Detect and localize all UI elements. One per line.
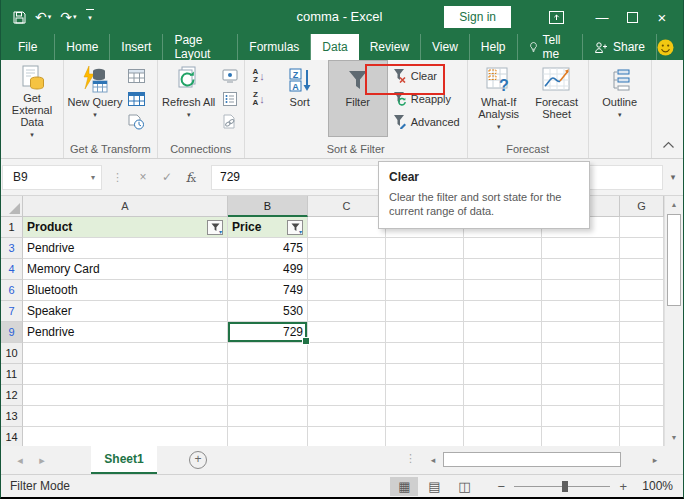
cell-C3[interactable] [308, 238, 386, 259]
cell-B3[interactable]: 475 [228, 238, 308, 259]
cell-A14[interactable] [23, 427, 228, 446]
cell-A12[interactable] [23, 385, 228, 406]
row-header-13[interactable]: 13 [1, 406, 23, 427]
tab-formulas[interactable]: Formulas [238, 34, 311, 60]
cell-D6[interactable] [386, 280, 464, 301]
connections-button[interactable] [218, 65, 242, 86]
cell-A10[interactable] [23, 343, 228, 364]
column-header-C[interactable]: C [308, 196, 386, 217]
cell-B9[interactable]: 729 [228, 322, 308, 343]
cell-A9[interactable]: Pendrive [23, 322, 228, 343]
cell-D9[interactable] [386, 322, 464, 343]
zoom-level[interactable]: 100% [642, 479, 673, 493]
cell-D13[interactable] [386, 406, 464, 427]
new-sheet-button[interactable]: + [189, 451, 207, 469]
cell-E4[interactable] [464, 259, 542, 280]
fill-handle[interactable] [302, 337, 310, 345]
cell-A3[interactable]: Pendrive [23, 238, 228, 259]
cell-B1[interactable]: Price▾ [228, 217, 308, 238]
cell-C12[interactable] [308, 385, 386, 406]
name-box-caret[interactable]: ▾ [91, 173, 95, 182]
cell-D7[interactable] [386, 301, 464, 322]
sort-ascending-button[interactable]: AZ↓ [247, 64, 271, 87]
name-box[interactable]: B9 ▾ [2, 165, 102, 190]
tab-scrollbar-splitter[interactable]: ⋮ [405, 452, 416, 465]
reapply-filter-button[interactable]: Reapply [387, 87, 465, 110]
redo-button[interactable]: ↷▾ [60, 10, 76, 24]
ribbon-display-options-button[interactable] [541, 0, 571, 34]
cell-E11[interactable] [464, 364, 542, 385]
row-header-1[interactable]: 1 [1, 217, 23, 238]
normal-view-button[interactable]: ▦ [390, 477, 418, 496]
row-header-3[interactable]: 3 [1, 238, 23, 259]
cell-D11[interactable] [386, 364, 464, 385]
zoom-out-button[interactable]: − [494, 479, 508, 494]
cell-C7[interactable] [308, 301, 386, 322]
cell-B6[interactable]: 749 [228, 280, 308, 301]
cell-E13[interactable] [464, 406, 542, 427]
cell-G14[interactable] [620, 427, 664, 446]
tab-tell-me[interactable]: Tell me [518, 34, 583, 60]
cell-G6[interactable] [620, 280, 664, 301]
scroll-down-button[interactable]: ▼ [665, 429, 683, 446]
cell-F6[interactable] [542, 280, 620, 301]
cell-F12[interactable] [542, 385, 620, 406]
column-header-B[interactable]: B [228, 196, 308, 217]
show-queries-button[interactable] [124, 65, 148, 86]
cell-F9[interactable] [542, 322, 620, 343]
tab-review[interactable]: Review [359, 34, 421, 60]
tab-share[interactable]: Share [583, 34, 657, 60]
cell-D12[interactable] [386, 385, 464, 406]
zoom-slider-thumb[interactable] [562, 481, 568, 492]
cell-D10[interactable] [386, 343, 464, 364]
collapse-ribbon-button[interactable] [662, 135, 675, 153]
cell-E6[interactable] [464, 280, 542, 301]
sort-descending-button[interactable]: ZA↓ [247, 87, 271, 110]
cell-E10[interactable] [464, 343, 542, 364]
undo-button[interactable]: ↶▾ [35, 10, 51, 24]
price-filter-dropdown-button[interactable]: ▾ [287, 220, 303, 235]
zoom-in-button[interactable]: + [616, 479, 630, 494]
previous-sheet-button[interactable]: ◂ [9, 446, 31, 474]
cell-B10[interactable] [228, 343, 308, 364]
refresh-all-button[interactable]: Refresh All ▾ [160, 61, 218, 136]
get-external-data-button[interactable]: Get External Data ▾ [3, 61, 61, 136]
cell-C1[interactable] [308, 217, 386, 238]
minimize-button[interactable]: — [587, 0, 617, 34]
page-layout-view-button[interactable]: ▤ [420, 477, 448, 496]
horizontal-scrollbar[interactable]: ◂ ▸ [425, 451, 663, 468]
page-break-preview-button[interactable]: ◫ [450, 477, 478, 496]
cell-D14[interactable] [386, 427, 464, 446]
cell-C9[interactable] [308, 322, 386, 343]
cell-A4[interactable]: Memory Card [23, 259, 228, 280]
new-query-button[interactable]: New Query ▾ [66, 61, 124, 136]
tab-page-layout[interactable]: Page Layout [163, 34, 238, 60]
cell-G11[interactable] [620, 364, 664, 385]
cell-C14[interactable] [308, 427, 386, 446]
cell-B4[interactable]: 499 [228, 259, 308, 280]
cell-E14[interactable] [464, 427, 542, 446]
cell-G10[interactable] [620, 343, 664, 364]
sort-button[interactable]: Z A Sort [271, 61, 329, 136]
row-header-4[interactable]: 4 [1, 259, 23, 280]
cell-C6[interactable] [308, 280, 386, 301]
save-button[interactable] [13, 11, 26, 24]
row-header-7[interactable]: 7 [1, 301, 23, 322]
cell-A11[interactable] [23, 364, 228, 385]
cell-A1[interactable]: Product▾ [23, 217, 228, 238]
expand-formula-bar-button[interactable]: ▾ [663, 172, 683, 182]
cell-G9[interactable] [620, 322, 664, 343]
cell-A7[interactable]: Speaker [23, 301, 228, 322]
select-all-button[interactable] [1, 196, 23, 217]
cell-F4[interactable] [542, 259, 620, 280]
cell-F11[interactable] [542, 364, 620, 385]
cell-G4[interactable] [620, 259, 664, 280]
row-header-6[interactable]: 6 [1, 280, 23, 301]
product-filter-dropdown-button[interactable]: ▾ [207, 220, 223, 235]
cell-G7[interactable] [620, 301, 664, 322]
column-header-G[interactable]: G [620, 196, 664, 217]
cell-G13[interactable] [620, 406, 664, 427]
cell-E9[interactable] [464, 322, 542, 343]
horizontal-scrollbar-track[interactable] [441, 451, 647, 468]
insert-function-button[interactable]: fx [179, 170, 203, 185]
